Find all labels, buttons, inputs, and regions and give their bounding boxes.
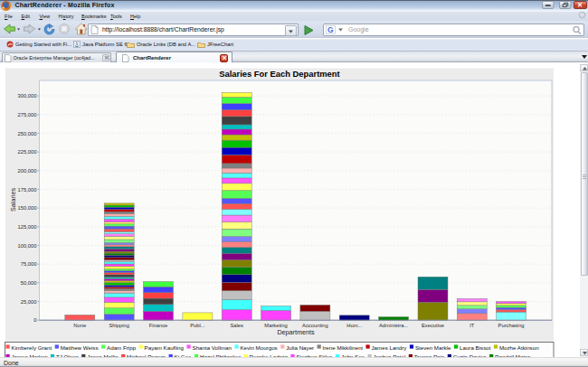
svg-text:None: None	[73, 323, 86, 328]
svg-text:Matthew Weiss: Matthew Weiss	[61, 344, 99, 351]
svg-text:275,000: 275,000	[18, 112, 37, 118]
svg-text:25,000: 25,000	[21, 299, 37, 305]
svg-text:250,000: 250,000	[18, 131, 37, 136]
svg-text:300,000: 300,000	[18, 93, 37, 99]
svg-text:Adam Fripp: Adam Fripp	[107, 344, 137, 351]
svg-text:Mozhe Atkinson: Mozhe Atkinson	[499, 344, 539, 351]
svg-text:Shipping: Shipping	[109, 323, 129, 328]
svg-text:Publ...: Publ...	[190, 323, 205, 328]
svg-text:75,000: 75,000	[21, 261, 37, 267]
svg-text:Administra...: Administra...	[379, 323, 409, 328]
svg-text:Salaries: Salaries	[9, 188, 17, 212]
svg-text:200,000: 200,000	[18, 168, 37, 174]
svg-text:IT: IT	[469, 323, 475, 328]
svg-text:James Landry: James Landry	[372, 344, 408, 351]
svg-text:Laura Bissot: Laura Bissot	[460, 344, 491, 351]
svg-text:Shanta Vollman: Shanta Vollman	[193, 344, 232, 351]
svg-text:Sales: Sales	[230, 323, 243, 328]
svg-text:Purchasing: Purchasing	[498, 323, 525, 328]
svg-text:Julia Nayer: Julia Nayer	[286, 344, 314, 351]
svg-text:Departments: Departments	[277, 328, 315, 336]
svg-text:Irene Mikkilineni: Irene Mikkilineni	[323, 344, 363, 351]
svg-text:Hum...: Hum...	[346, 323, 362, 328]
svg-text:50,000: 50,000	[21, 280, 37, 286]
svg-text:225,000: 225,000	[18, 149, 37, 155]
svg-text:Kimberely Grant: Kimberely Grant	[12, 344, 52, 351]
svg-text:Payam Kaufling: Payam Kaufling	[145, 344, 185, 351]
svg-text:150,000: 150,000	[18, 205, 37, 211]
svg-text:100,000: 100,000	[18, 243, 37, 249]
svg-text:175,000: 175,000	[18, 187, 37, 193]
svg-text:Finance: Finance	[149, 323, 168, 328]
svg-text:Salaries For Each Department: Salaries For Each Department	[219, 69, 339, 79]
svg-text:0: 0	[33, 317, 36, 323]
svg-text:Steven Markle: Steven Markle	[415, 344, 451, 351]
svg-text:Executive: Executive	[422, 323, 444, 328]
svg-text:Kevin Mourgos: Kevin Mourgos	[240, 344, 277, 351]
svg-text:125,000: 125,000	[18, 224, 37, 230]
